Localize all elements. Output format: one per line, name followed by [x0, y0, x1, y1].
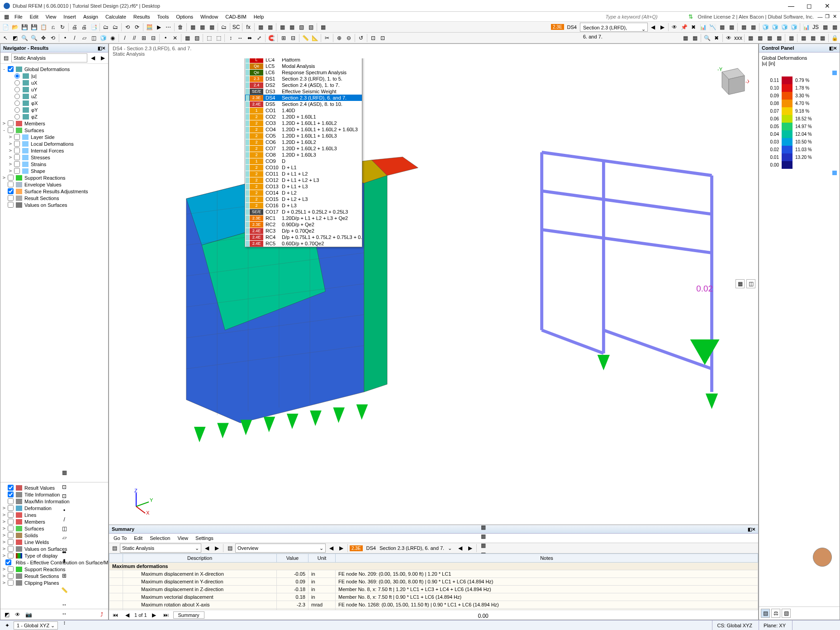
tb1-btn-5[interactable]: ⎌ [48, 23, 57, 32]
sum-menu-selection[interactable]: Selection [147, 535, 173, 542]
tree-node-6[interactable]: φY [1, 106, 107, 113]
tb2-btn-2[interactable]: 🔍 [20, 33, 29, 43]
tb2-btn-22[interactable]: ▦ [183, 33, 192, 43]
tree-node-7[interactable]: >Solids [1, 532, 107, 539]
tb1r-btn-8[interactable]: ▦ [739, 23, 748, 32]
page-first-button[interactable]: ⏮ [111, 611, 120, 620]
doc-minimize-button[interactable]: — [816, 14, 824, 19]
tb2-btn-8[interactable]: / [70, 33, 79, 43]
status-btn-10[interactable]: ⬌ [60, 548, 69, 557]
tb2r-btn-0[interactable]: ▦ [681, 33, 690, 43]
tree-checkbox[interactable] [14, 168, 20, 174]
tb1-btn-38[interactable]: ▦ [287, 23, 296, 32]
panel-close-button[interactable]: ✕ [102, 46, 105, 51]
expand-icon[interactable]: > [1, 580, 7, 586]
tb1r-btn-14[interactable]: 🧊 [789, 23, 798, 32]
tb2-btn-7[interactable]: • [61, 33, 70, 43]
view-cube[interactable]: -Y -X [713, 63, 749, 99]
tree-checkbox[interactable] [8, 566, 14, 572]
tb1-btn-24[interactable]: ▦ [188, 23, 197, 32]
tb1r-btn-3[interactable]: 📊 [698, 23, 707, 32]
tb1-btn-30[interactable]: SC [232, 23, 241, 32]
sum-row-3[interactable]: Maximum vectorial displacement0.18inMemb… [109, 593, 758, 601]
expand-icon[interactable] [8, 80, 13, 86]
dd-item-CO3[interactable]: 2 CO3 1.20D + 1.60L1 + 1.60L2 [245, 120, 362, 126]
expand-icon[interactable] [8, 93, 13, 99]
tree-checkbox[interactable] [8, 512, 14, 518]
page-prev-button[interactable]: ◀ [123, 611, 132, 620]
dd-item-CO2[interactable]: 2 CO2 1.20D + 1.60L1 [245, 114, 362, 120]
expand-icon[interactable]: > [1, 566, 7, 572]
tb1-btn-39[interactable]: ▧ [297, 23, 306, 32]
tree-node-19[interactable]: Result Sections [1, 195, 107, 201]
dd-item-CO8[interactable]: 2 CO8 1.20D + 1.60L3 [245, 152, 362, 158]
tree-node-15[interactable]: >Shape [1, 167, 107, 174]
menu-edit[interactable]: Edit [26, 13, 42, 20]
tb2r-btn-7[interactable]: xxx [734, 33, 743, 43]
dd-item-CO11[interactable]: 2 CO11 D + L1 + L2 [245, 171, 362, 177]
tb1-btn-0[interactable]: 📄 [1, 23, 10, 32]
sum-menu-go-to[interactable]: Go To [111, 535, 129, 542]
tb2-btn-38[interactable]: 📏 [301, 33, 310, 43]
tree-checkbox[interactable] [8, 492, 14, 497]
tb2-btn-3[interactable]: 🔍 [29, 33, 38, 43]
dd-item-DS3[interactable]: SE/E DS3 Effective Seismic Weight [245, 88, 362, 95]
sum-menu-view[interactable]: View [175, 535, 191, 542]
layout-button-2[interactable]: ◫ [746, 279, 755, 288]
tb2-btn-44[interactable]: ⊖ [344, 33, 353, 43]
tb2-btn-15[interactable]: // [130, 33, 139, 43]
menu-results[interactable]: Results [130, 13, 154, 20]
expand-icon[interactable]: - [1, 66, 7, 72]
tree-node-5[interactable]: φX [1, 100, 107, 106]
tree-radio[interactable] [14, 80, 20, 86]
tree-node-8[interactable]: >Line Welds [1, 539, 107, 545]
dd-item-CO7[interactable]: 2 CO7 1.20D + 1.60L2 + 1.60L3 [245, 145, 362, 152]
status-btn-3[interactable]: ⊡ [60, 492, 69, 501]
tb2-btn-10[interactable]: ◫ [89, 33, 98, 43]
panel-pin-button[interactable]: ◧ [98, 46, 102, 51]
tb2-btn-49[interactable]: ⊡ [378, 33, 387, 43]
menu-view[interactable]: View [42, 13, 60, 20]
expand-icon[interactable]: > [8, 154, 13, 160]
tb1-btn-2[interactable]: 💾 [20, 23, 29, 32]
summary-grid[interactable]: DescriptionValueUnitNotesMaximum deforma… [109, 554, 758, 610]
tb2-btn-30[interactable]: ⬌ [245, 33, 254, 43]
tree-node-4[interactable]: uZ [1, 93, 107, 100]
tb1-btn-26[interactable]: ▦ [207, 23, 216, 32]
tb2-btn-48[interactable]: ⊡ [369, 33, 378, 43]
expand-icon[interactable] [1, 202, 7, 208]
status-btn-17[interactable]: ↔ [60, 600, 69, 609]
doc-restore-button[interactable]: ❐ [824, 14, 831, 19]
sum-tb-icon-2[interactable]: ▤ [225, 544, 234, 553]
tree-node-1[interactable]: Title Information [1, 491, 107, 498]
tb2r-btn-17[interactable]: ▦ [808, 33, 817, 43]
dd-item-CO10[interactable]: 2 CO10 D + L1 [245, 164, 362, 171]
tree-node-4[interactable]: >Lines [1, 511, 107, 518]
tree-checkbox[interactable] [8, 195, 14, 201]
status-btn-13[interactable]: ⊞ [60, 571, 69, 580]
tb1r-btn-5[interactable]: ▦ [717, 23, 726, 32]
nav-analysis-dropdown[interactable]: Static Analysis [11, 53, 87, 62]
ctrl-pin-button[interactable]: ◧ [829, 46, 833, 51]
expand-icon[interactable] [1, 559, 5, 565]
tree-node-12[interactable]: >Support Reactions [1, 566, 107, 573]
tb2r-btn-3[interactable]: 🔍 [702, 33, 712, 43]
tree-checkbox[interactable] [8, 498, 14, 504]
expand-icon[interactable] [1, 195, 7, 201]
tb2r-btn-4[interactable]: ✖ [712, 33, 721, 43]
sum-row-0[interactable]: Maximum displacement in X-direction-0.05… [109, 570, 758, 578]
slider-top[interactable] [832, 71, 837, 75]
sum-next-3[interactable]: ▶ [465, 544, 475, 553]
load-case-dropdown-list[interactable]: D LC1 Self-weight L LC2 Lower slab L LC3… [245, 58, 362, 247]
dd-item-RC3[interactable]: 2.4E RC3 D/p + 0.70Qe2 [245, 228, 362, 234]
tb1r-btn-0[interactable]: 👁 [670, 23, 679, 32]
ctrl-tab-colors[interactable]: ▤ [761, 609, 770, 618]
tree-node-6[interactable]: >Surfaces [1, 525, 107, 532]
tb1-btn-37[interactable]: ▦ [278, 23, 287, 32]
tb1-btn-8[interactable]: 🖨 [70, 23, 79, 32]
tb1-btn-19[interactable]: ▶ [154, 23, 163, 32]
tree-checkbox[interactable] [8, 553, 14, 558]
expand-icon[interactable]: > [1, 546, 7, 552]
tree-radio[interactable] [14, 114, 20, 119]
tree-node-16[interactable]: >Support Reactions [1, 174, 107, 181]
